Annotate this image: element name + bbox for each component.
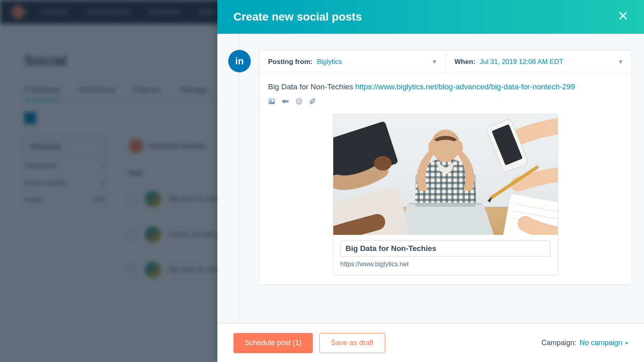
image-icon[interactable] [268, 98, 275, 105]
posting-from-value: Biglytics [317, 58, 342, 66]
attachment-icon[interactable] [309, 98, 316, 105]
save-as-draft-button[interactable]: Save as draft [319, 333, 385, 353]
campaign-label: Campaign: [541, 339, 576, 347]
link-preview-card: Big Data for Non-Techies https://www.big… [333, 114, 558, 276]
svg-point-3 [270, 100, 271, 101]
preview-image [333, 114, 558, 235]
chevron-down-icon: ▾ [625, 340, 628, 346]
linkedin-icon: in [228, 50, 251, 72]
posting-from-selector[interactable]: Posting from: Biglytics ▾ [259, 50, 445, 73]
posting-from-label: Posting from: [268, 58, 313, 66]
chevron-down-icon: ▾ [433, 58, 436, 66]
chevron-down-icon: ▾ [619, 58, 623, 66]
svg-point-5 [296, 99, 302, 105]
post-text-input[interactable]: Big Data for Non-Techies https://www.big… [268, 81, 623, 93]
post-text-content: Big Data for Non-Techies [268, 82, 355, 91]
when-label: When: [454, 58, 475, 66]
svg-rect-4 [283, 100, 287, 103]
post-link: https://www.biglytics.net/blog-advanced/… [355, 82, 575, 91]
create-post-panel: Create new social posts in Posting from:… [217, 0, 644, 362]
panel-header: Create new social posts [217, 0, 644, 34]
svg-point-16 [428, 140, 439, 154]
post-card: Posting from: Biglytics ▾ When: Jul 31, … [259, 50, 632, 285]
svg-point-19 [374, 156, 392, 171]
svg-point-7 [300, 101, 301, 101]
emoji-icon[interactable] [295, 98, 303, 105]
panel-title: Create new social posts [233, 10, 362, 23]
svg-point-17 [452, 140, 463, 154]
svg-point-6 [298, 101, 299, 101]
video-icon[interactable] [282, 98, 289, 105]
close-icon[interactable] [618, 10, 628, 23]
schedule-post-button[interactable]: Schedule post (1) [233, 333, 313, 353]
when-selector[interactable]: When: Jul 31, 2019 12:08 AM EDT ▾ [445, 50, 632, 73]
preview-title-input[interactable]: Big Data for Non-Techies [341, 241, 551, 257]
panel-footer: Schedule post (1) Save as draft Campaign… [217, 323, 644, 362]
when-value: Jul 31, 2019 12:08 AM EDT [480, 58, 564, 66]
preview-url: https://www.biglytics.net [341, 261, 551, 268]
campaign-value: No campaign [580, 339, 622, 347]
campaign-selector[interactable]: Campaign: No campaign ▾ [541, 339, 628, 347]
post-toolbar [268, 98, 623, 105]
